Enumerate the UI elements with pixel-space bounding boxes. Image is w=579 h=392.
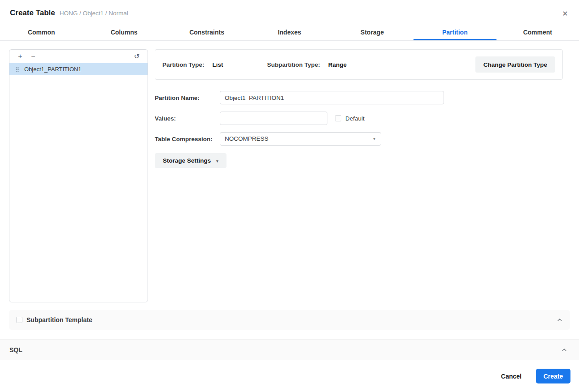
subpartition-template-checkbox[interactable] <box>16 317 22 323</box>
close-icon[interactable]: ✕ <box>560 9 570 19</box>
partition-list-toolbar: + − ↺ <box>9 50 148 63</box>
table-compression-select[interactable]: NOCOMPRESS ▾ <box>220 132 381 146</box>
partition-type-info-bar: Partition Type: List Subpartition Type: … <box>155 49 563 80</box>
partition-name-input[interactable] <box>220 91 444 104</box>
breadcrumb: HONG / Object1 / Normal <box>60 10 128 17</box>
values-input[interactable] <box>220 112 327 125</box>
values-label: Values: <box>155 115 220 122</box>
tab-storage[interactable]: Storage <box>331 26 414 40</box>
partition-type-value: List <box>213 61 223 68</box>
partition-name-row: Partition Name: <box>155 91 563 104</box>
subpartition-template-label: Subpartition Template <box>26 316 92 323</box>
add-partition-icon[interactable]: + <box>16 50 25 63</box>
subpartition-type-label: Subpartition Type: <box>267 61 320 68</box>
tab-comment[interactable]: Comment <box>496 26 579 40</box>
partition-list: Object1_PARTITION1 <box>9 63 148 75</box>
table-compression-value: NOCOMPRESS <box>225 135 269 142</box>
storage-settings-label: Storage Settings <box>163 157 211 164</box>
partition-form: Partition Name: Values: Default Table Co… <box>155 91 563 168</box>
values-row: Values: Default <box>155 112 563 125</box>
sql-section-label: SQL <box>9 346 22 353</box>
subpartition-template-section: Subpartition Template <box>9 310 570 330</box>
tab-indexes[interactable]: Indexes <box>248 26 331 40</box>
default-checkbox[interactable] <box>335 115 341 121</box>
default-checkbox-label: Default <box>345 115 365 122</box>
dialog-header: Create Table HONG / Object1 / Normal <box>0 0 579 26</box>
partition-name-label: Partition Name: <box>155 95 220 101</box>
storage-settings-button[interactable]: Storage Settings ▾ <box>155 153 226 168</box>
create-button[interactable]: Create <box>536 369 570 383</box>
tab-columns[interactable]: Columns <box>83 26 165 40</box>
cancel-button[interactable]: Cancel <box>501 373 522 380</box>
remove-partition-icon[interactable]: − <box>29 50 38 63</box>
table-compression-row: Table Compression: NOCOMPRESS ▾ <box>155 132 563 146</box>
sql-section: SQL <box>0 339 579 360</box>
caret-down-icon: ▾ <box>216 159 218 164</box>
chevron-up-icon[interactable] <box>561 347 567 353</box>
drag-handle-icon[interactable] <box>16 67 19 72</box>
tab-partition[interactable]: Partition <box>414 26 496 40</box>
tab-constraints[interactable]: Constraints <box>165 26 248 40</box>
partition-item-label: Object1_PARTITION1 <box>24 66 81 73</box>
chevron-up-icon[interactable] <box>557 317 563 323</box>
table-compression-label: Table Compression: <box>155 136 220 142</box>
refresh-icon[interactable]: ↺ <box>132 50 141 63</box>
partition-list-panel: + − ↺ Object1_PARTITION1 <box>9 49 148 302</box>
change-partition-type-button[interactable]: Change Partition Type <box>475 56 555 73</box>
tab-bar: Common Columns Constraints Indexes Stora… <box>0 26 579 41</box>
caret-down-icon: ▾ <box>373 133 375 145</box>
dialog-footer: Cancel Create <box>0 360 579 392</box>
list-item-partition1[interactable]: Object1_PARTITION1 <box>9 63 148 75</box>
subpartition-type-value: Range <box>328 61 347 68</box>
tab-common[interactable]: Common <box>0 26 83 40</box>
partition-type-label: Partition Type: <box>162 61 205 68</box>
page-title: Create Table <box>10 9 55 17</box>
